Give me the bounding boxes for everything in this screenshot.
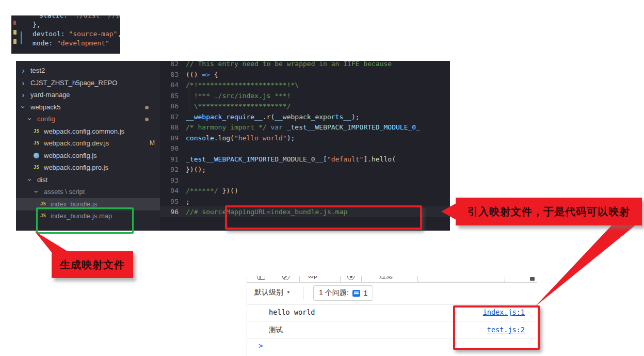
code-token: );: [351, 113, 360, 121]
issues-count: 1: [364, 289, 368, 297]
console-filter-input[interactable]: [417, 276, 505, 282]
code-token: );: [287, 134, 295, 142]
line-code: !*** ./src/index.js ***!: [186, 92, 291, 100]
code-token: __webpack_require__: [186, 113, 263, 121]
callout-text: 引入映射文件，于是代码可以映射: [468, 206, 630, 217]
line-number: 96: [160, 206, 186, 217]
js-file-icon: JS: [34, 165, 39, 170]
file-label: config: [37, 115, 55, 123]
line-number: 93: [160, 175, 186, 186]
line-code: _test__WEBPACK_IMPORTED_MODULE_0__["defa…: [186, 155, 396, 163]
code-token: .: [214, 134, 218, 142]
editor-line-89: 89console.log("hello world");: [160, 133, 450, 143]
config-code-snippet: static: "./dist" //执行},devtool: "source-…: [11, 15, 120, 54]
log-level-dropdown[interactable]: 默认级别▼: [254, 288, 291, 297]
modified-dot: [145, 118, 149, 121]
line-number: 85: [160, 90, 186, 101]
sidebar-item-test2[interactable]: ›test2: [16, 64, 160, 77]
line-code: ;: [186, 198, 190, 205]
file-label: webpack.config.pro.js: [44, 164, 108, 171]
line-code: /*!**********************!*\: [186, 81, 299, 89]
code-token: //执行: [108, 15, 120, 19]
code-token: !*** ./src/index.js ***!: [186, 92, 291, 100]
toolbar-divider: [303, 287, 303, 299]
line-code: })();: [186, 166, 206, 173]
editor-line-94: 94/******/ })(): [160, 185, 450, 196]
gutter-fragment: [13, 39, 17, 44]
code-token: "hello world": [234, 134, 287, 142]
live-expression-eye-icon[interactable]: [347, 276, 355, 280]
text-cursor: [21, 31, 22, 44]
line-number: 90: [160, 143, 186, 154]
line-number: 91: [160, 154, 186, 165]
code-token: [283, 123, 287, 131]
code-token: /*!**********************!*\: [186, 81, 299, 89]
line-number: 95: [160, 196, 186, 207]
sidebar-item-yard-manage[interactable]: ›yard-manage: [16, 89, 160, 101]
sidebar-item-cjst-zhst-h5page-repo[interactable]: ›CJST_ZHST_h5page_REPO: [16, 77, 160, 89]
file-label: assets \ script: [44, 188, 85, 196]
file-label: webpack.config.common.js: [44, 127, 124, 135]
code-token: })();: [186, 166, 206, 173]
code-token: {: [210, 71, 218, 78]
sidebar-item-webpack-config-dev-js[interactable]: JSwebpack.config.dev.jsM: [16, 137, 160, 150]
file-label: webpack5: [30, 103, 61, 111]
editor-line-84: 84/*!**********************!*\: [160, 79, 450, 90]
file-label: test2: [30, 67, 45, 74]
context-selector[interactable]: top: [308, 276, 317, 279]
chevron-down-icon: ›: [33, 189, 41, 195]
line-number: 94: [160, 185, 186, 196]
code-token: })(): [218, 187, 238, 195]
editor-line-92: 92})();: [160, 164, 450, 175]
issues-counter[interactable]: 1 个问题: 1: [313, 285, 373, 301]
console-message-text: hello world: [269, 308, 315, 316]
generate-map-callout: 生成映射文件: [52, 251, 133, 278]
sourcemap-annotation-box: [225, 205, 422, 230]
line-number: 88: [160, 122, 186, 133]
file-label: yard-manage: [30, 91, 70, 99]
line-number: 92: [160, 164, 186, 175]
toolbar-divider: [361, 276, 362, 282]
code-token: (: [392, 155, 396, 163]
console-sidebar-icon[interactable]: [257, 276, 265, 280]
sidebar-item-assets-script[interactable]: ›assets \ script: [16, 186, 160, 198]
code-token: ,: [117, 30, 120, 38]
sidebar-item-webpack-config-pro-js[interactable]: JSwebpack.config.pro.js: [16, 161, 160, 174]
snippet-code-line: static: "./dist" //执行: [39, 15, 120, 20]
toolbar-divider: [340, 276, 341, 282]
js-file-icon: JS: [34, 128, 39, 134]
file-label: webpack.config.dev.js: [44, 139, 109, 147]
code-token: log: [218, 134, 230, 142]
code-token: ].: [363, 155, 372, 163]
gutter-fragment: [13, 21, 16, 25]
webpack-icon: [34, 153, 39, 158]
sidebar-item-webpack-config-common-js[interactable]: JSwebpack.config.common.js: [16, 125, 160, 138]
git-badge: M: [150, 139, 155, 147]
code-token: (: [230, 134, 234, 142]
sidebar-item-config[interactable]: ›config: [16, 113, 160, 125]
line-code: __webpack_require__.r(__webpack_exports_…: [186, 113, 360, 121]
file-label: dist: [37, 176, 47, 184]
code-token: devtool:: [33, 30, 69, 38]
file-label: webpack.config.js: [44, 152, 97, 159]
sidebar-item-webpack-config-js[interactable]: webpack.config.js: [16, 150, 160, 162]
sidebar-item-webpack5[interactable]: ›webpack5: [16, 101, 160, 114]
file-label: CJST_ZHST_h5page_REPO: [30, 79, 117, 87]
line-number: 87: [160, 111, 186, 122]
chevron-down-icon: ›: [26, 176, 35, 183]
js-file-icon: JS: [40, 201, 46, 206]
code-token: _test__WEBPACK_IMPORTED_MODULE_0_: [287, 123, 420, 131]
console-message-text: 测试: [269, 326, 283, 335]
clear-console-icon[interactable]: [282, 276, 289, 280]
code-token: /* harmony import */: [186, 123, 267, 131]
import-map-callout: 引入映射文件，于是代码可以映射: [456, 198, 642, 225]
sidebar-item-dist[interactable]: ›dist: [16, 174, 160, 186]
console-settings-icon[interactable]: [530, 277, 535, 281]
sources-links-annotation-box: [453, 305, 540, 350]
code-token: ;: [186, 198, 190, 205]
page: static: "./dist" //执行},devtool: "source-…: [0, 0, 644, 356]
code-token: /******/: [186, 187, 218, 195]
code-token: [: [323, 155, 327, 163]
line-code: console.log("hello world");: [186, 134, 295, 142]
line-number: 89: [160, 133, 186, 143]
